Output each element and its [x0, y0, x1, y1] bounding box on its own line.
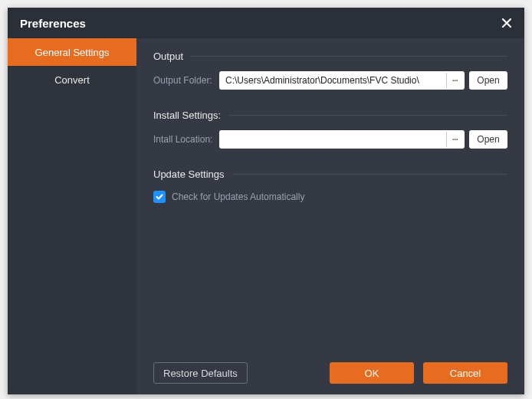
- install-location-input[interactable]: [225, 134, 446, 145]
- auto-update-label: Check for Updates Automatically: [172, 191, 304, 202]
- output-folder-label: Output Folder:: [153, 75, 219, 86]
- sidebar-item-general-settings[interactable]: General Settings: [8, 38, 136, 66]
- output-folder-open-button[interactable]: Open: [469, 71, 507, 90]
- sidebar-item-label: General Settings: [35, 47, 110, 58]
- restore-defaults-button[interactable]: Restore Defaults: [153, 362, 248, 384]
- output-folder-row: Output Folder: ··· Open: [153, 71, 507, 90]
- preferences-window: Preferences General Settings Convert Out…: [8, 8, 524, 394]
- footer: Restore Defaults OK Cancel: [153, 362, 507, 384]
- output-folder-browse-button[interactable]: ···: [446, 73, 463, 88]
- titlebar: Preferences: [8, 8, 524, 38]
- close-icon[interactable]: [498, 15, 515, 31]
- sidebar-item-label: Convert: [54, 74, 90, 86]
- cancel-button[interactable]: Cancel: [423, 362, 507, 384]
- install-location-open-button[interactable]: Open: [469, 130, 507, 149]
- install-location-row: Intall Location: ··· Open: [153, 130, 507, 149]
- auto-update-checkbox[interactable]: [153, 191, 166, 203]
- auto-update-row: Check for Updates Automatically: [153, 191, 507, 203]
- section-heading-install: Install Settings:: [153, 110, 507, 121]
- install-location-browse-button[interactable]: ···: [446, 132, 463, 147]
- install-location-label: Intall Location:: [153, 134, 219, 145]
- window-body: General Settings Convert Output Output F…: [8, 38, 524, 394]
- section-heading-output: Output: [153, 51, 507, 62]
- ok-button[interactable]: OK: [330, 362, 414, 384]
- titlebar-title: Preferences: [20, 17, 86, 30]
- section-heading-update: Update Settings: [153, 168, 507, 180]
- install-location-input-wrap: ···: [219, 130, 465, 149]
- sidebar-item-convert[interactable]: Convert: [8, 66, 136, 93]
- sidebar: General Settings Convert: [8, 38, 136, 394]
- output-folder-input-wrap: ···: [219, 71, 465, 90]
- output-folder-input[interactable]: [225, 75, 446, 86]
- main-panel: Output Output Folder: ··· Open Install S…: [136, 38, 524, 394]
